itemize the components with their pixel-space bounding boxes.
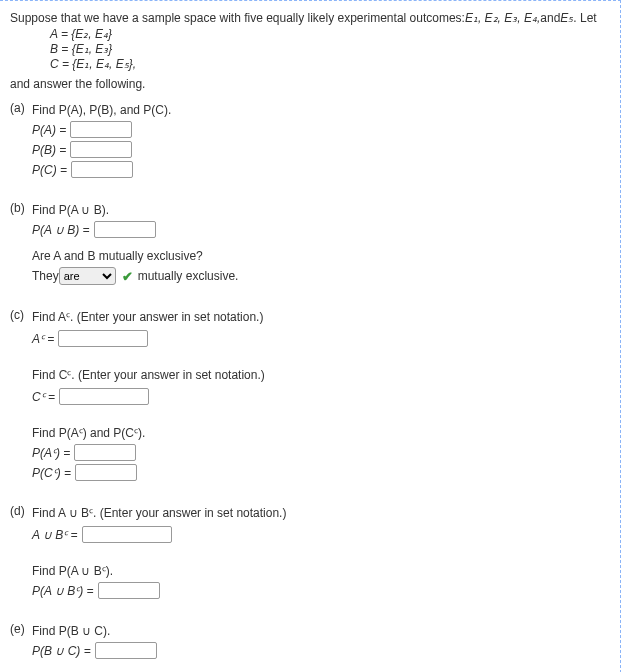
paubc-input[interactable] — [98, 582, 160, 599]
aubc-input[interactable] — [82, 526, 172, 543]
intro-last: E₅ — [560, 11, 573, 25]
ac-label: Aᶜ = — [32, 332, 54, 346]
part-b-label: (b) — [10, 201, 32, 215]
part-d-prompt: Find A ∪ Bᶜ. (Enter your answer in set n… — [32, 506, 610, 520]
pc-label: P(C) = — [32, 163, 67, 177]
part-a-prompt: Find P(A), P(B), and P(C). — [32, 103, 610, 117]
paub-input[interactable] — [94, 221, 156, 238]
pb-input[interactable] — [70, 141, 132, 158]
part-d-label: (d) — [10, 504, 32, 518]
pac-input[interactable] — [74, 444, 136, 461]
they-text: They — [32, 269, 59, 283]
cc-label: Cᶜ = — [32, 390, 55, 404]
mutual-tail: mutually exclusive. — [138, 269, 239, 283]
pa-label: P(A) = — [32, 123, 66, 137]
cc-input[interactable] — [59, 388, 149, 405]
part-e-prompt: Find P(B ∪ C). — [32, 624, 610, 638]
paubc-label: P(A ∪ Bᶜ) = — [32, 584, 94, 598]
pa-input[interactable] — [70, 121, 132, 138]
part-c-prompt-cc: Find Cᶜ. (Enter your answer in set notat… — [32, 368, 610, 382]
mutual-q: Are A and B mutually exclusive? — [32, 249, 610, 263]
pac-label: P(Aᶜ) = — [32, 446, 70, 460]
pcc-label: P(Cᶜ) = — [32, 466, 71, 480]
intro-let: . Let — [573, 11, 596, 25]
part-d-prompt-p: Find P(A ∪ Bᶜ). — [32, 564, 610, 578]
ac-input[interactable] — [58, 330, 148, 347]
intro-outcomes: E₁, E₂, E₃, E₄, — [465, 11, 540, 25]
answer-following: and answer the following. — [10, 77, 610, 91]
part-b-prompt: Find P(A ∪ B). — [32, 203, 610, 217]
aubc-label: A ∪ Bᶜ = — [32, 528, 78, 542]
intro-text: Suppose that we have a sample space with… — [10, 11, 610, 25]
pc-input[interactable] — [71, 161, 133, 178]
part-e-label: (e) — [10, 622, 32, 636]
part-a-label: (a) — [10, 101, 32, 115]
paub-label: P(A ∪ B) = — [32, 223, 90, 237]
part-c-prompt-ac: Find Aᶜ. (Enter your answer in set notat… — [32, 310, 610, 324]
pbuc-label: P(B ∪ C) = — [32, 644, 91, 658]
intro-and: and — [540, 11, 560, 25]
pbuc-input[interactable] — [95, 642, 157, 659]
check-icon: ✔ — [122, 269, 133, 284]
set-b-def: B = {E₁, E₃} — [50, 42, 610, 56]
part-c-label: (c) — [10, 308, 32, 322]
intro-lead: Suppose that we have a sample space with… — [10, 11, 465, 25]
part-c-prompt-paccc: Find P(Aᶜ) and P(Cᶜ). — [32, 426, 610, 440]
set-c-def: C = {E₁, E₄, E₅}, — [50, 57, 610, 71]
pcc-input[interactable] — [75, 464, 137, 481]
set-a-def: A = {E₂, E₄} — [50, 27, 610, 41]
pb-label: P(B) = — [32, 143, 66, 157]
mutually-exclusive-select[interactable]: are are not — [59, 267, 116, 285]
